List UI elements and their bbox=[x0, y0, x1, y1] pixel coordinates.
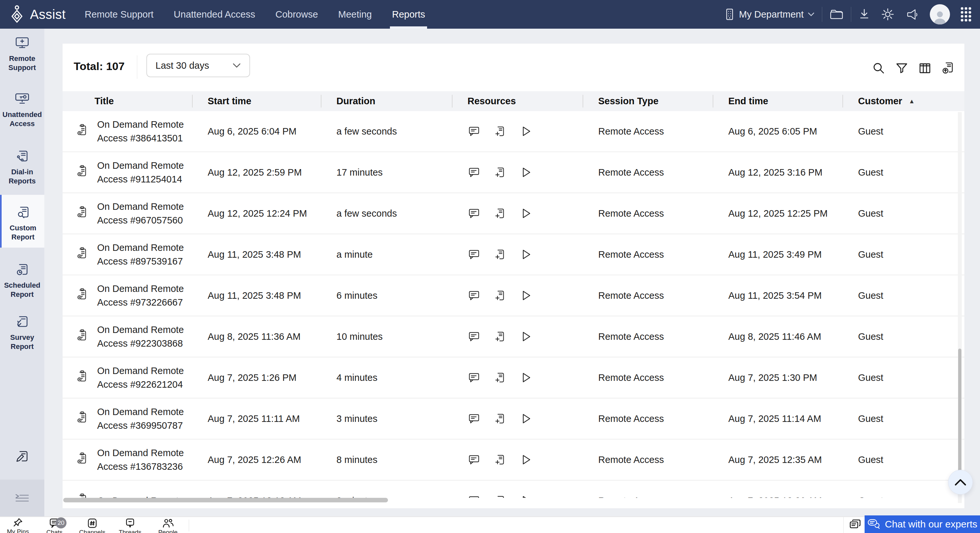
taskbar-chats[interactable]: Chats 20 bbox=[37, 518, 72, 533]
table-row[interactable]: On Demand Remote Access #973226667 Aug 1… bbox=[63, 275, 964, 316]
nav-remote-support[interactable]: Remote Support bbox=[85, 0, 154, 29]
department-selector[interactable]: My Department bbox=[724, 8, 815, 21]
cell-session-type: Remote Access bbox=[582, 413, 713, 424]
taskbar-my-pins[interactable]: My Pins bbox=[0, 518, 36, 533]
nav-cobrowse[interactable]: Cobrowse bbox=[275, 0, 318, 29]
chat-transcript-icon[interactable] bbox=[468, 412, 480, 425]
session-title[interactable]: On Demand Remote Access #922303868 bbox=[97, 323, 184, 350]
table-row[interactable]: On Demand Remote Aug 7, 2025 12:18 AM 2 … bbox=[63, 481, 964, 498]
session-title[interactable]: On Demand Remote Access #897539167 bbox=[97, 241, 184, 268]
table-row[interactable]: On Demand Remote Access #967057560 Aug 1… bbox=[63, 193, 964, 234]
date-range-dropdown[interactable]: Last 30 days bbox=[146, 54, 250, 77]
table-row[interactable]: On Demand Remote Access #369950787 Aug 7… bbox=[63, 398, 964, 439]
column-header-resources[interactable]: Resources bbox=[452, 91, 582, 111]
cell-duration: 17 minutes bbox=[321, 167, 452, 178]
recording-play-icon[interactable] bbox=[520, 289, 533, 302]
horizontal-scrollbar[interactable] bbox=[63, 498, 388, 502]
settings-gear-icon[interactable] bbox=[881, 8, 894, 21]
chat-transcript-icon[interactable] bbox=[468, 207, 480, 220]
column-header-session-type[interactable]: Session Type bbox=[582, 91, 713, 111]
chat-transcript-icon[interactable] bbox=[468, 166, 480, 179]
column-header-end-time[interactable]: End time bbox=[713, 91, 842, 111]
chat-transcript-icon[interactable] bbox=[468, 125, 480, 138]
download-icon[interactable] bbox=[858, 8, 870, 21]
session-title[interactable]: On Demand Remote bbox=[97, 494, 184, 498]
session-notes-icon[interactable] bbox=[493, 166, 507, 179]
table-row[interactable]: On Demand Remote Access #897539167 Aug 1… bbox=[63, 234, 964, 275]
session-notes-icon[interactable] bbox=[493, 494, 507, 498]
chat-transcript-icon[interactable] bbox=[468, 453, 480, 466]
stacked-chats-icon[interactable] bbox=[848, 518, 862, 533]
session-notes-icon[interactable] bbox=[493, 412, 507, 425]
session-notes-icon[interactable] bbox=[493, 289, 507, 302]
session-notes-icon[interactable] bbox=[493, 330, 507, 343]
recording-play-icon[interactable] bbox=[520, 330, 533, 343]
recording-play-icon[interactable] bbox=[520, 207, 533, 220]
filter-icon[interactable] bbox=[894, 61, 909, 75]
session-notes-icon[interactable] bbox=[493, 453, 507, 466]
recording-play-icon[interactable] bbox=[520, 371, 533, 384]
column-header-start-time[interactable]: Start time bbox=[192, 91, 321, 111]
column-header-duration[interactable]: Duration bbox=[321, 91, 452, 111]
apps-grid-icon[interactable] bbox=[960, 6, 972, 22]
table-row[interactable]: On Demand Remote Access #136783236 Aug 7… bbox=[63, 439, 964, 481]
table-row[interactable]: On Demand Remote Access #386413501 Aug 6… bbox=[63, 111, 964, 152]
user-avatar[interactable] bbox=[930, 4, 950, 24]
scroll-to-top-button[interactable] bbox=[948, 470, 973, 495]
sidebar-item-survey-report[interactable]: Survey Report bbox=[0, 314, 45, 351]
table-row[interactable]: On Demand Remote Access #922303868 Aug 8… bbox=[63, 316, 964, 357]
chat-transcript-icon[interactable] bbox=[468, 371, 480, 384]
taskbar-channels[interactable]: Channels bbox=[74, 518, 110, 533]
table-row[interactable]: On Demand Remote Access #922621204 Aug 7… bbox=[63, 357, 964, 398]
export-report-icon[interactable] bbox=[941, 61, 955, 75]
session-notes-icon[interactable] bbox=[493, 248, 507, 261]
sidebar-collapse-button[interactable] bbox=[0, 479, 45, 516]
sidebar-label: Remote Support bbox=[0, 54, 45, 72]
sidebar-item-dial-in-reports[interactable]: Dial-in Reports bbox=[0, 149, 45, 186]
sidebar-item-custom-report[interactable]: Custom Report bbox=[0, 195, 45, 247]
taskbar-threads[interactable]: Threads bbox=[112, 518, 148, 533]
recording-play-icon[interactable] bbox=[520, 166, 533, 179]
divider bbox=[851, 7, 851, 22]
session-title[interactable]: On Demand Remote Access #973226667 bbox=[97, 282, 184, 309]
folder-icon[interactable] bbox=[829, 8, 844, 21]
session-title[interactable]: On Demand Remote Access #967057560 bbox=[97, 200, 184, 227]
recording-play-icon[interactable] bbox=[520, 412, 533, 425]
table-row[interactable]: On Demand Remote Access #911254014 Aug 1… bbox=[63, 152, 964, 193]
chat-with-experts-button[interactable]: Chat with our experts bbox=[865, 516, 980, 533]
session-title[interactable]: On Demand Remote Access #911254014 bbox=[97, 159, 184, 186]
session-title[interactable]: On Demand Remote Access #369950787 bbox=[97, 405, 184, 432]
announcements-megaphone-icon[interactable] bbox=[905, 8, 919, 21]
feedback-pencil-icon[interactable] bbox=[0, 449, 45, 465]
column-header-customer[interactable]: Customer ▲ bbox=[842, 91, 964, 111]
assist-logo[interactable]: Assist bbox=[8, 5, 66, 24]
session-notes-icon[interactable] bbox=[493, 371, 507, 384]
cell-title: On Demand Remote bbox=[63, 493, 192, 498]
sort-ascending-icon[interactable]: ▲ bbox=[908, 98, 915, 105]
taskbar-people[interactable]: People bbox=[150, 518, 186, 533]
session-notes-icon[interactable] bbox=[493, 207, 507, 220]
session-title[interactable]: On Demand Remote Access #922621204 bbox=[97, 364, 184, 391]
session-title[interactable]: On Demand Remote Access #386413501 bbox=[97, 117, 184, 145]
recording-play-icon[interactable] bbox=[520, 494, 533, 498]
sidebar-item-scheduled-report[interactable]: Scheduled Report bbox=[0, 262, 45, 299]
recording-play-icon[interactable] bbox=[520, 248, 533, 261]
recording-play-icon[interactable] bbox=[520, 125, 533, 138]
chat-transcript-icon[interactable] bbox=[468, 494, 480, 498]
chat-transcript-icon[interactable] bbox=[468, 248, 480, 261]
sidebar-item-remote-support[interactable]: Remote Support bbox=[0, 35, 45, 72]
nav-meeting[interactable]: Meeting bbox=[338, 0, 372, 29]
manage-columns-icon[interactable] bbox=[918, 61, 932, 75]
recording-play-icon[interactable] bbox=[520, 453, 533, 466]
nav-reports[interactable]: Reports bbox=[392, 0, 425, 29]
session-notes-icon[interactable] bbox=[493, 125, 507, 138]
nav-unattended-access[interactable]: Unattended Access bbox=[174, 0, 255, 29]
session-title[interactable]: On Demand Remote Access #136783236 bbox=[97, 446, 184, 473]
column-header-title[interactable]: Title bbox=[63, 91, 192, 111]
chat-transcript-icon[interactable] bbox=[468, 289, 480, 302]
chat-transcript-icon[interactable] bbox=[468, 330, 480, 343]
survey-report-icon bbox=[15, 325, 30, 330]
cell-session-type: Remote Access bbox=[582, 454, 713, 465]
search-icon[interactable] bbox=[872, 61, 886, 75]
sidebar-item-unattended-access[interactable]: Unattended Access bbox=[0, 91, 45, 128]
